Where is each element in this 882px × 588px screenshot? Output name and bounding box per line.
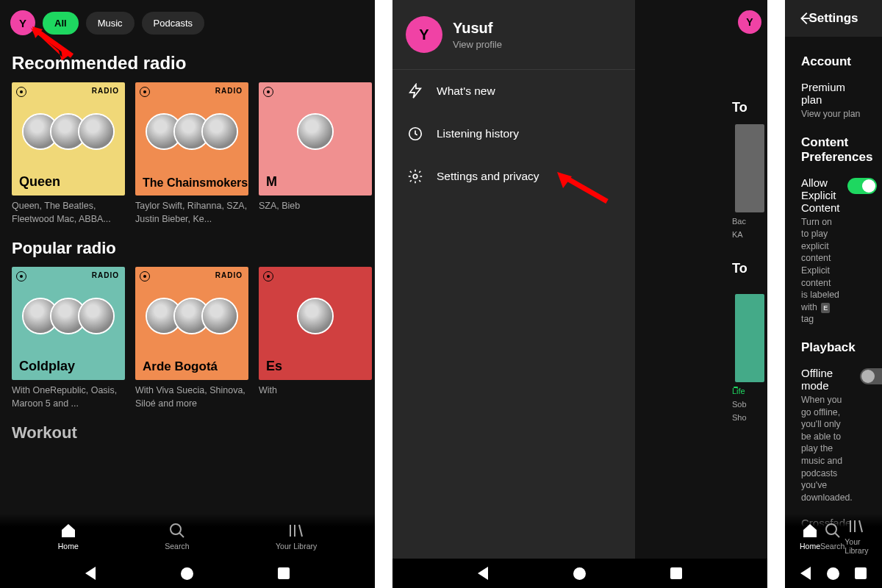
- tab-label: Search: [820, 542, 845, 551]
- android-recents-icon[interactable]: [670, 567, 682, 579]
- toggle-offline[interactable]: [860, 368, 882, 384]
- android-back-icon[interactable]: [800, 567, 811, 580]
- radio-card[interactable]: RADIO Queen Queen, The Beatles, Fleetwoo…: [12, 82, 125, 226]
- spotify-logo-icon: [16, 87, 26, 97]
- tab-label: Home: [58, 542, 79, 551]
- peek-sub: Sob: [732, 400, 767, 409]
- drawer-item-whats-new[interactable]: What's new: [392, 70, 635, 112]
- card-subtitle: With OneRepublic, Oasis, Maroon 5 and ..…: [12, 380, 125, 410]
- chip-podcasts[interactable]: Podcasts: [142, 12, 204, 35]
- row-premium-plan[interactable]: Premium plan View your plan: [785, 75, 882, 128]
- toggle-explicit[interactable]: [847, 178, 877, 194]
- drawer-item-settings-privacy[interactable]: Settings and privacy: [392, 155, 635, 198]
- peek-art: [735, 124, 764, 212]
- radio-card[interactable]: Es With: [259, 267, 372, 410]
- background-home-peek: Y To Bac KA To Life Sob Sho: [732, 0, 767, 559]
- section-workout-title: Workout: [0, 410, 375, 451]
- radio-card[interactable]: RADIO Coldplay With OneRepublic, Oasis, …: [12, 267, 125, 410]
- row-desc: View your plan: [801, 108, 866, 121]
- card-subtitle: With Viva Suecia, Shinova, Siloé and mor…: [135, 380, 248, 410]
- tab-label: Your Library: [276, 542, 317, 551]
- drawer-profile[interactable]: Y Yusuf View profile: [392, 0, 635, 70]
- section-recommended-title: Recommended radio: [0, 40, 375, 82]
- avatar[interactable]: Y: [10, 10, 35, 35]
- card-subtitle: Queen, The Beatles, Fleetwood Mac, ABBA.…: [12, 196, 125, 226]
- android-home-icon[interactable]: [827, 567, 839, 580]
- drawer-item-label: What's new: [437, 85, 495, 98]
- peek-title: To: [732, 100, 767, 120]
- row-desc: Turn on to play explicit content Explici…: [801, 216, 840, 326]
- section-popular-title: Popular radio: [0, 226, 375, 267]
- svg-line-17: [835, 533, 839, 537]
- library-icon: [847, 517, 865, 535]
- tab-home[interactable]: Home: [58, 522, 79, 551]
- avatar-mini: Y: [738, 10, 761, 34]
- android-recents-icon[interactable]: [278, 567, 290, 579]
- radio-tag: RADIO: [92, 87, 119, 95]
- drawer-item-label: Listening history: [437, 127, 519, 140]
- card-title: Queen: [19, 174, 60, 190]
- android-recents-icon[interactable]: [855, 567, 867, 579]
- svg-line-8: [299, 525, 302, 537]
- tab-home[interactable]: Home: [800, 522, 820, 551]
- peek-title: To: [732, 261, 767, 281]
- radio-tag: RADIO: [92, 271, 119, 279]
- peek-sub: Bac: [732, 217, 767, 226]
- home-icon: [60, 522, 77, 539]
- radio-tag: RADIO: [215, 87, 243, 95]
- settings-body[interactable]: Account Premium plan View your plan Cont…: [785, 37, 882, 588]
- spotify-logo-icon: [263, 87, 273, 97]
- row-explicit: Allow Explicit Content Turn on to play e…: [785, 171, 882, 333]
- recommended-row[interactable]: RADIO Queen Queen, The Beatles, Fleetwoo…: [0, 82, 375, 226]
- search-icon: [824, 522, 842, 539]
- android-home-icon[interactable]: [181, 567, 193, 580]
- library-icon: [287, 522, 305, 539]
- bolt-icon: [407, 83, 423, 99]
- svg-point-16: [826, 524, 836, 534]
- tab-search[interactable]: Search: [165, 522, 189, 551]
- svg-line-20: [859, 520, 862, 532]
- section-account: Account: [785, 47, 882, 75]
- row-label: Premium plan: [801, 81, 866, 106]
- section-playback: Playback: [785, 333, 882, 361]
- tab-label: Search: [165, 542, 189, 551]
- spotify-logo-icon: [16, 271, 26, 282]
- chip-all[interactable]: All: [43, 12, 79, 35]
- screen-drawer: Y To Bac KA To Life Sob Sho Y Yusuf View…: [392, 0, 767, 588]
- android-home-icon[interactable]: [573, 567, 586, 580]
- radio-card[interactable]: M SZA, Bieb: [259, 82, 372, 226]
- bottom-tabs: Home Search Your Library: [0, 513, 375, 559]
- tab-label: Home: [800, 542, 820, 551]
- bottom-tabs: Home Search Your Library: [785, 513, 882, 559]
- popular-row[interactable]: RADIO Coldplay With OneRepublic, Oasis, …: [0, 267, 375, 410]
- android-nav: [392, 559, 767, 588]
- chip-music[interactable]: Music: [86, 12, 135, 35]
- screen-home: Y All Music Podcasts Recommended radio R…: [0, 0, 375, 588]
- peek-sub: KA: [732, 230, 767, 239]
- android-back-icon[interactable]: [85, 567, 96, 580]
- spotify-logo-icon: [263, 271, 273, 282]
- row-offline: Offline mode When you go offline, you'll…: [785, 361, 882, 511]
- card-title: M: [266, 174, 277, 190]
- radio-card[interactable]: RADIO Arde Bogotá With Viva Suecia, Shin…: [135, 267, 248, 410]
- tab-library[interactable]: Your Library: [276, 522, 317, 551]
- history-icon: [407, 126, 423, 142]
- tab-library[interactable]: Your Library: [845, 517, 868, 555]
- row-label: Offline mode: [801, 367, 853, 392]
- radio-card[interactable]: RADIO The Chainsmokers Taylor Swift, Rih…: [135, 82, 248, 226]
- radio-tag: RADIO: [215, 271, 243, 279]
- section-content-prefs: Content Preferences: [785, 128, 882, 171]
- android-nav: [0, 559, 375, 588]
- svg-point-10: [413, 174, 417, 179]
- svg-line-5: [179, 533, 184, 537]
- row-label: Allow Explicit Content: [801, 176, 840, 214]
- peek-sub: Sho: [732, 413, 767, 422]
- drawer-item-listening-history[interactable]: Listening history: [392, 112, 635, 155]
- settings-title: Settings: [785, 11, 882, 26]
- settings-header: Settings: [785, 0, 882, 37]
- gear-icon: [407, 168, 423, 184]
- home-icon: [801, 522, 819, 539]
- tab-search[interactable]: Search: [820, 522, 845, 551]
- tab-label: Your Library: [845, 537, 868, 555]
- android-back-icon[interactable]: [478, 567, 488, 580]
